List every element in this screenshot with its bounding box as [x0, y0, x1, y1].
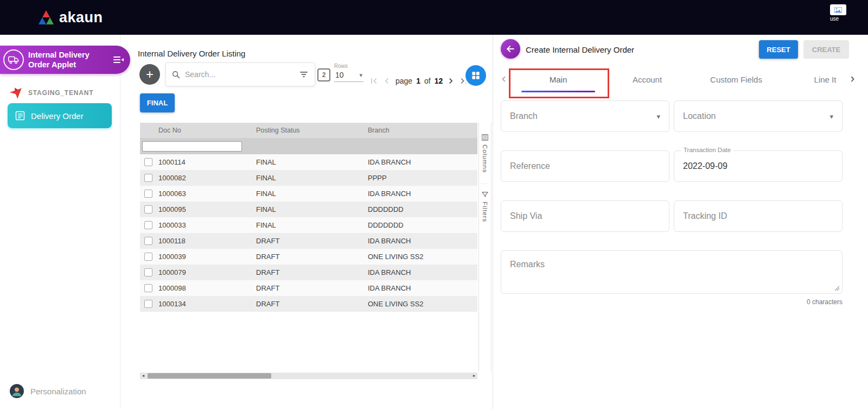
rows-per-page-select[interactable]: Rows 10 ▾ [334, 63, 363, 82]
column-header-branch[interactable]: Branch [366, 127, 477, 134]
cell-doc-no: 1000082 [156, 174, 254, 182]
transaction-date-field[interactable]: Transaction Date 2022-09-09 [674, 150, 843, 182]
scroll-right-icon[interactable]: ▸ [471, 373, 477, 379]
table-row[interactable]: 1000033FINALDDDDDDD [140, 217, 477, 233]
table-row[interactable]: 1000039DRAFTONE LIVING SS2 [140, 249, 477, 265]
sidebar-item-label: Delivery Order [31, 111, 84, 121]
avatar-alt-text: use [830, 16, 839, 22]
table-side-strip: Columns Filters [478, 123, 492, 372]
chevron-right-icon[interactable] [445, 75, 457, 87]
pages-icon[interactable]: 2 [317, 68, 330, 81]
tab-account[interactable]: Account [603, 65, 692, 93]
table-row[interactable]: 1000114FINALIDA BRANCH [140, 154, 477, 170]
cell-branch: DDDDDDD [366, 221, 477, 229]
sidebar: Internal Delivery Order Applet STAGING_T… [0, 35, 120, 409]
location-select[interactable]: Location ▾ [674, 100, 843, 132]
reset-button[interactable]: RESET [759, 40, 798, 59]
table-row[interactable]: 1000118DRAFTIDA BRANCH [140, 233, 477, 249]
scrollbar-thumb[interactable] [148, 373, 271, 379]
tab-scroll-right-icon[interactable]: › [848, 72, 857, 86]
row-checkbox[interactable] [140, 221, 156, 229]
final-filter-button[interactable]: FINAL [140, 93, 175, 112]
table-row[interactable]: 1000134DRAFTONE LIVING SS2 [140, 296, 477, 312]
scrollbar-track[interactable] [146, 373, 471, 379]
tab-main-label: Main [550, 75, 567, 84]
tab-custom-fields-label: Custom Fields [710, 75, 762, 84]
delivery-order-table: Doc No Posting Status Branch 1000114FINA… [140, 123, 477, 312]
create-button[interactable]: CREATE [803, 40, 849, 59]
horizontal-scrollbar[interactable]: ◂ ▸ [140, 373, 477, 379]
cell-branch: ONE LIVING SS2 [366, 253, 477, 261]
back-button[interactable] [501, 39, 520, 59]
cell-doc-no: 1000134 [156, 300, 254, 308]
broken-image-icon [830, 4, 846, 15]
row-checkbox[interactable] [140, 237, 156, 245]
applet-header: Internal Delivery Order Applet [0, 46, 130, 74]
row-checkbox[interactable] [140, 253, 156, 261]
branch-placeholder: Branch [510, 111, 538, 121]
tracking-id-placeholder: Tracking ID [683, 211, 727, 221]
create-order-form: Branch ▾ Location ▾ Reference Transactio… [501, 100, 843, 306]
cell-doc-no: 1000114 [156, 158, 254, 166]
user-avatar[interactable]: use [830, 4, 846, 22]
add-button[interactable]: + [139, 64, 160, 85]
logo-text: akaun [59, 9, 103, 26]
caret-down-icon: ▾ [359, 72, 362, 79]
cell-posting-status: DRAFT [254, 300, 366, 308]
first-page-icon[interactable] [368, 75, 380, 87]
tracking-id-field[interactable]: Tracking ID [674, 200, 843, 232]
column-header-doc-no[interactable]: Doc No [156, 127, 254, 134]
cell-posting-status: DRAFT [254, 237, 366, 245]
tab-account-label: Account [633, 75, 662, 84]
tenant-selector[interactable]: STAGING_TENANT [9, 86, 93, 100]
tabs-row: ‹ Main Account Custom Fields Line It › [493, 65, 868, 93]
person-avatar-icon [10, 384, 24, 398]
tenant-label: STAGING_TENANT [28, 89, 93, 97]
personalization-button[interactable]: Personalization [10, 384, 86, 398]
row-checkbox[interactable] [140, 158, 156, 166]
filters-label: Filters [482, 202, 488, 222]
columns-toggle[interactable]: Columns [481, 134, 489, 173]
tab-main[interactable]: Main [514, 65, 603, 93]
page-current: 1 [416, 77, 420, 85]
cell-doc-no: 1000079 [156, 268, 254, 276]
grid-apps-button[interactable] [465, 65, 486, 86]
table-row[interactable]: 1000082FINALPPPP [140, 170, 477, 186]
akaun-logo-triangle-icon [38, 10, 54, 24]
branch-select[interactable]: Branch ▾ [501, 100, 669, 132]
chevron-left-icon[interactable] [381, 75, 393, 87]
columns-label: Columns [482, 144, 488, 173]
table-row[interactable]: 1000098DRAFTIDA BRANCH [140, 280, 477, 296]
search-input[interactable] [185, 70, 294, 79]
filter-list-icon[interactable] [298, 69, 309, 80]
scroll-left-icon[interactable]: ◂ [140, 373, 146, 379]
tab-line-items-label: Line It [814, 75, 837, 84]
table-row[interactable]: 1000095FINALDDDDDDD [140, 202, 477, 217]
row-checkbox[interactable] [140, 205, 156, 213]
menu-open-icon[interactable] [112, 53, 125, 66]
filters-toggle[interactable]: Filters [481, 184, 489, 222]
tab-custom-fields[interactable]: Custom Fields [692, 65, 781, 93]
page-of-label: of [424, 77, 431, 85]
row-checkbox[interactable] [140, 300, 156, 308]
akaun-logo: akaun [38, 9, 103, 26]
row-checkbox[interactable] [140, 284, 156, 292]
resize-handle-icon[interactable] [834, 286, 840, 291]
cell-doc-no: 1000095 [156, 205, 254, 213]
remarks-field[interactable] [501, 250, 843, 294]
ship-via-field[interactable]: Ship Via [501, 200, 669, 232]
truck-icon [3, 49, 24, 70]
reference-field[interactable]: Reference [501, 150, 669, 182]
sidebar-item-delivery-order[interactable]: Delivery Order [8, 103, 112, 128]
table-row[interactable]: 1000063FINALIDA BRANCH [140, 186, 477, 202]
row-checkbox[interactable] [140, 268, 156, 276]
column-header-posting-status[interactable]: Posting Status [254, 127, 366, 134]
doc-no-filter-input[interactable] [142, 141, 242, 152]
remarks-textarea[interactable] [501, 251, 842, 293]
table-row[interactable]: 1000079DRAFTIDA BRANCH [140, 265, 477, 280]
row-checkbox[interactable] [140, 190, 156, 198]
tab-scroll-left-icon[interactable]: ‹ [500, 72, 508, 86]
table-body: 1000114FINALIDA BRANCH1000082FINALPPPP10… [140, 154, 477, 312]
cell-branch: IDA BRANCH [366, 284, 477, 292]
row-checkbox[interactable] [140, 174, 156, 182]
